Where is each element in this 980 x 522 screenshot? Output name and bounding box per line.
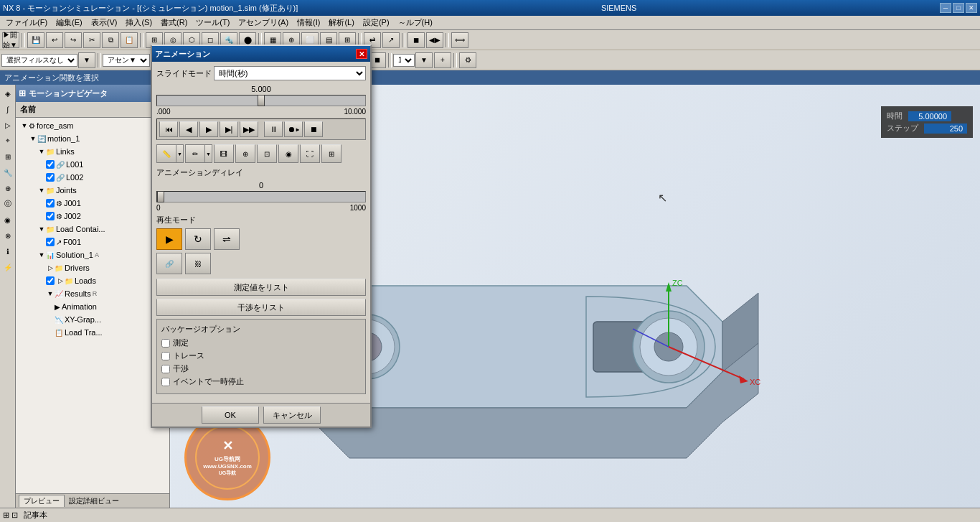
expand-loadcont[interactable]: ▼ <box>37 225 46 233</box>
tree-item-loads[interactable]: ▷ 📁 Loads <box>16 274 169 287</box>
tab-detail[interactable]: 設定詳細ビュー <box>65 495 123 507</box>
start-dropdown-btn[interactable]: ▶開始▼ <box>2 32 19 48</box>
extra-btn-1[interactable]: ⚙ <box>459 52 476 68</box>
sidebar-btn-11[interactable]: ℹ <box>1 244 15 258</box>
transport-fast-fwd[interactable]: ▶▶ <box>240 121 258 137</box>
tree-item-l002[interactable]: 🔗 L002 <box>16 171 169 184</box>
playback-link-btn[interactable]: 🔗 <box>156 253 182 274</box>
cb-collision[interactable] <box>161 365 170 373</box>
menu-edit[interactable]: 編集(E) <box>52 16 87 29</box>
menu-settings[interactable]: 設定(P) <box>359 16 394 29</box>
menu-help[interactable]: ～ルプ(H) <box>394 16 437 29</box>
maximize-button[interactable]: □ <box>953 3 964 13</box>
icon-tb-5[interactable]: ⊡ <box>257 144 277 163</box>
icon-tb-measure-arrow[interactable]: ▼ <box>176 145 183 162</box>
tree-item-j001[interactable]: ⚙ J001 <box>16 197 169 210</box>
tree-item-xygraph[interactable]: 📉 XY-Grap... <box>16 313 169 326</box>
cut-btn[interactable]: ✂ <box>83 32 100 48</box>
tree-item-drivers[interactable]: ▷ 📁 Drivers <box>16 261 169 274</box>
sidebar-btn-6[interactable]: 🔧 <box>1 165 15 180</box>
icon-tb-6[interactable]: ◉ <box>278 144 298 163</box>
playback-loop-btn[interactable]: ↻ <box>185 228 211 250</box>
collision-list-btn[interactable]: 干渉をリスト <box>156 299 366 316</box>
slide-mode-select[interactable]: 時間(秒) フレーム <box>214 66 366 80</box>
menu-analyze[interactable]: 解析(L) <box>324 16 358 29</box>
icon-tb-3[interactable]: 🎞 <box>214 144 234 163</box>
expand-drivers[interactable]: ▷ <box>46 264 55 272</box>
time-slider[interactable] <box>156 95 366 106</box>
icon-tb-measure-dd[interactable]: 📏 ▼ <box>156 144 184 163</box>
transport-step-fwd[interactable]: ▶| <box>220 121 238 137</box>
cb-j001[interactable] <box>46 199 55 208</box>
sidebar-btn-7[interactable]: ⊕ <box>1 181 15 195</box>
icon-tb-measure-main[interactable]: 📏 <box>157 145 176 162</box>
filter-btn[interactable]: ▼ <box>78 52 95 68</box>
icon-tb-trace-main[interactable]: ✏ <box>186 145 204 162</box>
menu-view[interactable]: 表示(V) <box>87 16 122 29</box>
sidebar-btn-5[interactable]: ⊞ <box>1 149 15 164</box>
expand-motion1[interactable]: ▼ <box>29 134 37 143</box>
cb-j002[interactable] <box>46 212 55 220</box>
expand-links[interactable]: ▼ <box>37 147 46 156</box>
sidebar-btn-12[interactable]: ⚡ <box>1 260 15 274</box>
transport-stop[interactable]: ⏹ <box>304 121 323 137</box>
tree-item-f001[interactable]: ↗ F001 <box>16 236 169 248</box>
tree-item-loadcont[interactable]: ▼ 📁 Load Contai... <box>16 223 169 236</box>
menu-file[interactable]: ファイル(F) <box>1 16 52 29</box>
tree-item-force-asm[interactable]: ▼ ⚙ force_asm <box>16 119 169 132</box>
minimize-button[interactable]: ─ <box>940 3 951 13</box>
sidebar-btn-2[interactable]: ∫ <box>1 102 15 116</box>
icon-tb-trace-dd[interactable]: ✏ ▼ <box>185 144 212 163</box>
menu-tools[interactable]: ツール(T) <box>192 16 234 29</box>
expand-loads[interactable]: ▷ <box>56 276 65 285</box>
playback-once-btn[interactable]: ▶ <box>156 228 182 250</box>
sidebar-btn-1[interactable]: ◈ <box>1 86 15 101</box>
tab-preview[interactable]: プレビュー <box>19 495 65 507</box>
cb-f001[interactable] <box>46 238 55 246</box>
transport-record-play[interactable]: ⏺▶ <box>284 121 303 137</box>
cb-l002[interactable] <box>46 173 55 182</box>
frame-select[interactable]: 1 <box>393 54 415 67</box>
sidebar-btn-3[interactable]: ▷ <box>1 118 15 132</box>
save-btn[interactable]: 💾 <box>27 32 44 48</box>
tree-item-results[interactable]: ▼ 📈 Results R <box>16 287 169 300</box>
assembly-select[interactable]: アセン▼ <box>103 54 150 67</box>
playback-pingpong-btn[interactable]: ⇌ <box>214 228 240 250</box>
sidebar-btn-8[interactable]: ⓪ <box>1 197 15 211</box>
delay-slider[interactable] <box>156 191 366 202</box>
cb-event-stop[interactable] <box>161 378 170 386</box>
expand-force-asm[interactable]: ▼ <box>20 121 29 130</box>
icon-tb-4[interactable]: ⊕ <box>235 144 255 163</box>
frame-down-btn[interactable]: ▼ <box>415 52 433 68</box>
expand-results[interactable]: ▼ <box>46 289 55 298</box>
paste-btn[interactable]: 📋 <box>121 32 138 48</box>
icon-tb-trace-arrow[interactable]: ▼ <box>204 145 212 162</box>
sym-btn[interactable]: ⟺ <box>451 32 468 48</box>
copy-btn[interactable]: ⧉ <box>102 32 119 48</box>
ok-button[interactable]: OK <box>202 406 259 424</box>
tree-item-links[interactable]: ▼ 📁 Links <box>16 145 169 158</box>
tree-item-joints[interactable]: ▼ 📁 Joints <box>16 184 169 197</box>
cb-l001[interactable] <box>46 160 55 169</box>
anim-btn-2[interactable]: ↗ <box>382 32 400 48</box>
undo-btn[interactable]: ↩ <box>46 32 63 48</box>
menu-insert[interactable]: 挿入(S) <box>121 16 156 29</box>
transport-step-back[interactable]: ◀ <box>179 121 198 137</box>
frame-plus-btn[interactable]: + <box>434 52 451 68</box>
anim-close-btn[interactable]: ✕ <box>356 49 367 59</box>
tree-item-j002[interactable]: ⚙ J002 <box>16 210 169 223</box>
expand-joints[interactable]: ▼ <box>37 186 46 195</box>
menu-assembly[interactable]: アセンブリ(A) <box>234 16 293 29</box>
transport-play[interactable]: ▶ <box>199 121 218 137</box>
cb-loads[interactable] <box>46 276 55 285</box>
render-btn-2[interactable]: ◀▶ <box>426 32 443 48</box>
tree-item-animation[interactable]: ▶ Animation <box>16 300 169 313</box>
measure-list-btn[interactable]: 測定値をリスト <box>156 279 366 296</box>
cb-trace[interactable] <box>161 352 170 360</box>
transport-rewind[interactable]: ⏮ <box>159 121 178 137</box>
icon-tb-7[interactable]: ⛶ <box>300 144 320 163</box>
tree-item-l001[interactable]: 🔗 L001 <box>16 158 169 171</box>
transport-pause[interactable]: ⏸ <box>264 121 283 137</box>
menu-format[interactable]: 書式(R) <box>156 16 192 29</box>
cancel-button[interactable]: キャンセル <box>263 406 321 424</box>
